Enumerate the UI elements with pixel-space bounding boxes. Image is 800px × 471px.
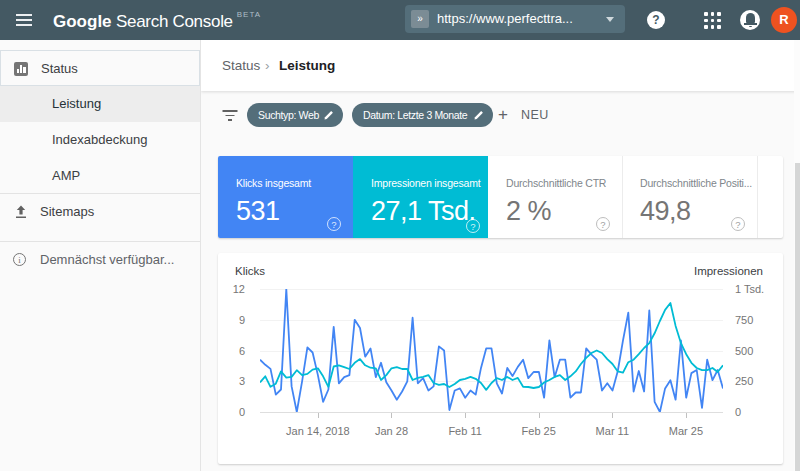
metric-position[interactable]: Durchschnittliche Positi... 49,8 ?: [622, 156, 757, 238]
scrollbar-track[interactable]: [794, 40, 800, 471]
info-icon: i: [13, 253, 26, 266]
y-axis-left-label: 9: [218, 314, 245, 326]
logo-beta-tag: BETA: [237, 10, 261, 19]
metric-impressionen[interactable]: Impressionen insgesamt 27,1 Tsd. ?: [353, 156, 488, 238]
property-icon: »: [411, 10, 429, 28]
sidebar-item-indexabdeckung[interactable]: Indexabdeckung: [0, 122, 200, 158]
chart-axis-title-klicks: Klicks: [235, 265, 265, 277]
y-axis-right-label: 1 Tsd.: [735, 283, 764, 295]
filter-chip-suchtyp[interactable]: Suchtyp: Web: [247, 103, 343, 127]
x-axis-tick: [539, 413, 540, 418]
sidebar-status-label: Status: [41, 51, 78, 87]
y-axis-right-label: 500: [735, 345, 753, 357]
metric-klicks-label: Klicks insgesamt: [236, 177, 311, 189]
avatar[interactable]: R: [771, 7, 797, 33]
sidebar: Status Leistung Indexabdeckung AMP Sitem…: [0, 40, 201, 471]
hamburger-menu-icon[interactable]: [16, 14, 32, 26]
filter-chip-datum[interactable]: Datum: Letzte 3 Monate: [352, 103, 493, 127]
edit-pencil-icon: [324, 110, 334, 120]
breadcrumb-status[interactable]: Status: [222, 40, 260, 91]
chart-line-klicks: [260, 289, 723, 412]
sitemaps-upload-icon: [13, 204, 29, 224]
property-selector[interactable]: » https://www.perfecttra...: [405, 5, 625, 33]
metric-position-value: 49,8: [640, 194, 691, 228]
x-axis-label: Mar 11: [596, 424, 629, 438]
metric-divider: [757, 156, 758, 238]
help-circle-icon[interactable]: ?: [466, 219, 480, 233]
metrics-card: Klicks insgesamt 531 ? Impressionen insg…: [218, 156, 783, 238]
app-header: Google Search ConsoleBETA » https://www.…: [0, 0, 800, 40]
metric-ctr-label: Durchschnittliche CTR: [506, 177, 606, 189]
sidebar-leistung-label: Leistung: [52, 86, 101, 122]
breadcrumb-chevron-icon: ›: [265, 40, 270, 91]
filter-icon[interactable]: [222, 107, 238, 123]
metric-klicks[interactable]: Klicks insgesamt 531 ?: [218, 156, 353, 238]
metric-impressionen-value: 27,1 Tsd.: [371, 194, 476, 228]
apps-grid-icon[interactable]: [704, 12, 721, 29]
new-filter-label: NEU: [521, 103, 549, 128]
logo-google: Google: [53, 12, 112, 31]
sidebar-amp-label: AMP: [52, 158, 80, 194]
x-axis-tick: [686, 413, 687, 418]
metric-ctr[interactable]: Durchschnittliche CTR 2 % ?: [488, 156, 622, 238]
y-axis-right-label: 0: [735, 406, 741, 418]
x-axis-tick: [465, 413, 466, 418]
help-icon[interactable]: ?: [647, 11, 665, 29]
filter-chip-datum-label: Datum: Letzte 3 Monate: [363, 109, 467, 121]
main-content: Status › Leistung Suchtyp: Web Datum: Le…: [201, 40, 800, 471]
breadcrumb-page-title: Leistung: [279, 40, 335, 91]
x-axis-label: Jan 28: [375, 424, 408, 438]
y-axis-right-label: 250: [735, 375, 753, 387]
metric-divider: [622, 156, 623, 238]
y-axis-left-label: 12: [218, 283, 245, 295]
x-axis-label: Feb 11: [448, 424, 481, 438]
sidebar-item-coming-soon: i Demnächst verfügbar...: [0, 242, 200, 278]
metric-impressionen-label: Impressionen insgesamt: [371, 177, 480, 189]
edit-pencil-icon: [474, 110, 484, 120]
chart-baseline: [260, 412, 723, 413]
metric-klicks-value: 531: [236, 194, 280, 228]
sidebar-item-amp[interactable]: AMP: [0, 158, 200, 194]
notifications-bell-icon[interactable]: [740, 10, 760, 30]
breadcrumb: Status › Leistung: [201, 40, 800, 91]
x-axis-tick: [391, 413, 392, 418]
scrollbar-thumb[interactable]: [795, 163, 800, 471]
help-circle-icon[interactable]: ?: [327, 217, 341, 231]
x-axis-tick: [318, 413, 319, 418]
sidebar-sitemaps-label: Sitemaps: [40, 194, 94, 230]
y-axis-left-label: 6: [218, 345, 245, 357]
app-logo: Google Search ConsoleBETA: [53, 10, 261, 32]
x-axis-tick: [612, 413, 613, 418]
help-circle-icon[interactable]: ?: [596, 217, 610, 231]
status-chart-icon: [14, 62, 28, 76]
chevron-down-icon: [606, 17, 614, 22]
plus-icon: +: [498, 103, 508, 127]
sidebar-item-sitemaps[interactable]: Sitemaps: [0, 194, 200, 230]
y-axis-right-label: 750: [735, 314, 753, 326]
help-circle-icon[interactable]: ?: [731, 217, 745, 231]
metric-ctr-value: 2 %: [506, 194, 551, 228]
sidebar-item-leistung[interactable]: Leistung: [0, 86, 200, 122]
sidebar-coming-soon-label: Demnächst verfügbar...: [40, 242, 174, 278]
sidebar-indexabdeckung-label: Indexabdeckung: [52, 122, 147, 158]
x-axis-label: Feb 25: [522, 424, 556, 438]
x-axis-label: Jan 14, 2018: [286, 424, 350, 438]
y-axis-left-label: 3: [218, 375, 245, 387]
logo-product: Search Console: [116, 12, 233, 31]
chart-axis-title-impressionen: Impressionen: [694, 265, 763, 277]
x-axis-label: Mar 25: [669, 424, 703, 438]
property-url: https://www.perfecttra...: [437, 5, 573, 33]
chart-plot[interactable]: [260, 289, 723, 412]
sidebar-item-status[interactable]: Status: [0, 50, 200, 86]
y-axis-left-label: 0: [218, 406, 245, 418]
metric-position-label: Durchschnittliche Positi...: [640, 177, 752, 189]
performance-chart-card: Klicks Impressionen 121 Tsd.975065003250…: [218, 253, 783, 464]
filter-chip-suchtyp-label: Suchtyp: Web: [258, 109, 319, 121]
